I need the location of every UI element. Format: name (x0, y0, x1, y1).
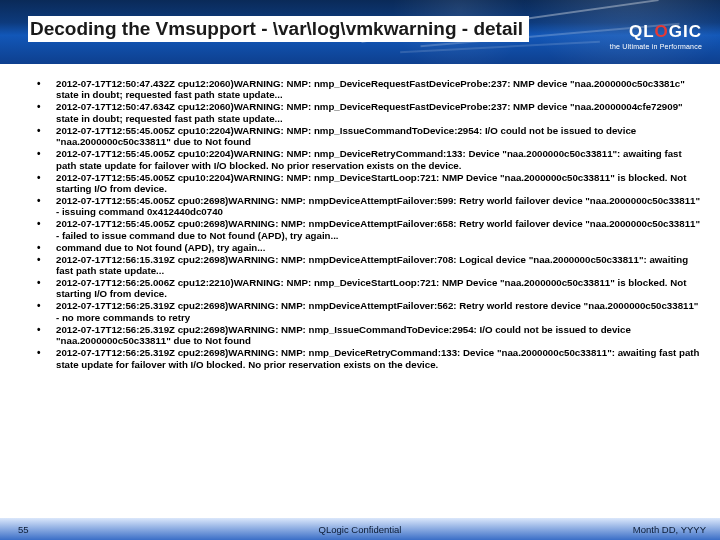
log-entry: 2012-07-17T12:56:25.319Z cpu2:2698)WARNI… (30, 347, 702, 370)
log-entry: 2012-07-17T12:55:45.005Z cpu10:2204)WARN… (30, 125, 702, 148)
log-content: 2012-07-17T12:50:47.432Z cpu12:2060)WARN… (30, 78, 702, 506)
confidential-label: QLogic Confidential (319, 524, 402, 535)
footer-bar: 55 QLogic Confidential Month DD, YYYY (0, 518, 720, 540)
page-title: Decoding the Vmsupport - \var\log\vmkwar… (28, 16, 529, 42)
logo-text-o: O (655, 22, 669, 41)
log-entry: 2012-07-17T12:56:25.006Z cpu12:2210)WARN… (30, 277, 702, 300)
log-list: 2012-07-17T12:50:47.432Z cpu12:2060)WARN… (30, 78, 702, 370)
page-number: 55 (18, 524, 29, 535)
log-entry: 2012-07-17T12:56:25.319Z cpu2:2698)WARNI… (30, 324, 702, 347)
log-entry: 2012-07-17T12:50:47.634Z cpu12:2060)WARN… (30, 101, 702, 124)
logo-text-post: GIC (669, 22, 702, 41)
log-entry: 2012-07-17T12:55:45.005Z cpu0:2698)WARNI… (30, 218, 702, 241)
log-entry: 2012-07-17T12:55:45.005Z cpu10:2204)WARN… (30, 148, 702, 171)
log-entry: 2012-07-17T12:50:47.432Z cpu12:2060)WARN… (30, 78, 702, 101)
log-entry: 2012-07-17T12:56:15.319Z cpu2:2698)WARNI… (30, 254, 702, 277)
title-bar: Decoding the Vmsupport - \var\log\vmkwar… (0, 10, 720, 54)
brand-logo: QLOGIC the Ultimate in Performance (610, 22, 702, 50)
log-entry: 2012-07-17T12:55:45.005Z cpu10:2204)WARN… (30, 172, 702, 195)
log-entry: 2012-07-17T12:55:45.005Z cpu0:2698)WARNI… (30, 195, 702, 218)
logo-tagline: the Ultimate in Performance (610, 43, 702, 50)
log-entry: 2012-07-17T12:56:25.319Z cpu2:2698)WARNI… (30, 300, 702, 323)
log-entry: command due to Not found (APD), try agai… (30, 242, 702, 253)
date-placeholder: Month DD, YYYY (633, 524, 706, 535)
logo-text-pre: QL (629, 22, 655, 41)
